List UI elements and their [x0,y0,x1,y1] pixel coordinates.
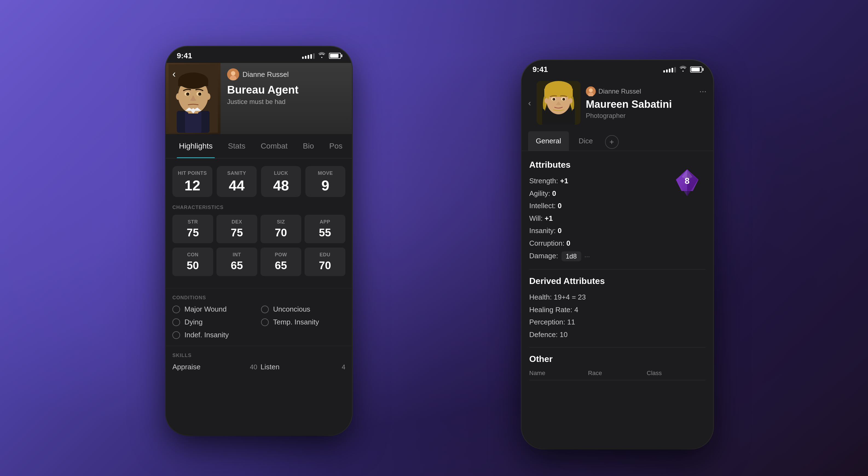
skill-appraise: Appraise 40 [173,363,257,371]
user-info-header: Dianne Russel Bureau Agent Justice must … [221,63,352,111]
tab-dice[interactable]: Dice [571,131,601,151]
portrait-svg [168,64,218,133]
derived-perception: Perception: 11 [529,317,706,328]
battery-icon-right [690,66,702,72]
svg-point-13 [199,93,201,95]
condition-radio-5[interactable] [173,331,180,339]
other-title: Other [529,354,706,364]
condition-indef-insanity[interactable]: Indef. Insanity [173,331,257,339]
right-nav-tabs: General Dice + [522,131,713,151]
wifi-icon [318,52,326,60]
nav-tabs-left: Highlights Stats Combat Bio Pos [166,134,352,158]
char-siz: SIZ 70 [260,215,301,243]
char-edu: EDU 70 [305,248,345,276]
right-char-name: Maureen Sabatini [586,98,707,110]
damage-badge[interactable]: 1d8 [561,251,581,261]
attr-damage-row: Damage: 1d8 ··· [529,250,706,263]
more-options-button[interactable]: ··· [699,86,707,96]
svg-point-19 [231,71,235,75]
attr-insanity: Insanity: 0 [529,225,706,236]
right-avatar-small [586,87,596,96]
tab-stats[interactable]: Stats [220,134,253,158]
battery-icon [329,53,341,59]
right-content: 8 Attributes Strength: +1 Agility: 0 Int… [522,151,713,389]
char-dex: DEX 75 [216,215,257,243]
primary-stats: HIT POINTS 12 SANITY 44 LUCK 48 MOVE 9 [173,166,345,197]
tab-pos[interactable]: Pos [321,134,350,158]
derived-list: Health: 19+4 = 23 Healing Rate: 4 Percep… [529,292,706,340]
svg-point-31 [553,98,555,100]
tab-highlights[interactable]: Highlights [171,134,220,158]
char-app: APP 55 [305,215,345,243]
condition-unconcious[interactable]: Unconcious [261,305,345,314]
derived-health: Health: 19+4 = 23 [529,292,706,303]
status-icons-right [663,66,702,73]
svg-point-15 [206,93,211,100]
stats-section: HIT POINTS 12 SANITY 44 LUCK 48 MOVE 9 C… [166,158,352,288]
skill-listen: Listen 4 [260,363,345,371]
phone-right: 9:41 [522,60,713,449]
status-bar-left: 9:41 [166,46,352,63]
tab-combat[interactable]: Combat [253,134,295,158]
condition-radio-3[interactable] [173,318,180,326]
stat-luck: LUCK 48 [261,166,301,197]
attr-damage-label: Damage: [529,250,558,262]
signal-icon [302,53,315,59]
condition-radio-1[interactable] [173,306,180,313]
condition-radio-2[interactable] [261,306,269,313]
char-int: INT 65 [216,248,257,276]
stat-hit-points: HIT POINTS 12 [173,166,212,197]
user-avatar-row: Dianne Russel [227,68,345,81]
other-table-header: Name Race Class [529,370,706,380]
condition-major-wound[interactable]: Major Wound [173,305,257,314]
tab-bio[interactable]: Bio [295,134,321,158]
derived-healing: Healing Rate: 4 [529,304,706,316]
time-left: 9:41 [177,52,192,60]
divider-1 [529,269,706,269]
skills-section: SKILLS Appraise 40 Listen 4 [166,346,352,378]
condition-temp-insanity[interactable]: Temp. Insanity [261,318,345,326]
status-icons-left [302,52,341,60]
derived-defence: Defence: 10 [529,329,706,341]
username-left: Dianne Russel [243,70,289,79]
svg-point-12 [187,93,189,95]
svg-point-33 [545,98,548,103]
back-button-right[interactable]: ‹ [528,98,531,108]
char-name-left: Bureau Agent [227,84,345,96]
right-portrait [537,81,580,125]
time-right: 9:41 [532,65,548,74]
right-user-info: Dianne Russel ··· Maureen Sabatini Photo… [586,86,707,120]
damage-more-button[interactable]: ··· [585,253,590,260]
other-section: Other Name Race Class [529,354,706,380]
tab-add-button[interactable]: + [605,135,619,149]
right-header: ‹ [522,76,713,131]
overflow-fade-left [166,413,352,435]
characteristics-row1: STR 75 DEX 75 SIZ 70 APP 55 [173,215,345,243]
stat-move: MOVE 9 [305,166,345,197]
char-str: STR 75 [173,215,213,243]
phones-container: 9:41 [105,33,763,443]
wifi-icon-right [679,66,687,73]
status-bar-right: 9:41 [522,60,713,76]
right-username-row: Dianne Russel ··· [586,86,707,96]
conditions-grid: Major Wound Unconcious Dying Temp. Insan… [173,305,345,339]
svg-point-14 [176,93,180,100]
skills-label: SKILLS [173,353,345,358]
right-username-text: Dianne Russel [598,88,641,95]
svg-point-34 [569,98,572,103]
tab-general[interactable]: General [528,131,569,151]
dice-d8-icon: 8 [672,167,702,197]
derived-title: Derived Attributes [529,276,706,286]
phone-left: 9:41 [166,46,352,435]
attr-intellect: Intellect: 0 [529,200,706,212]
conditions-section: CONDITIONS Major Wound Unconcious Dying … [166,288,352,346]
right-char-role: Photographer [586,112,707,120]
svg-rect-7 [178,81,208,86]
attr-will: Will: +1 [529,213,706,224]
svg-point-36 [589,88,593,92]
back-button-left[interactable]: ‹ [173,68,176,80]
char-pow: POW 65 [260,248,301,276]
condition-dying[interactable]: Dying [173,318,257,326]
character-header: ‹ [166,63,352,134]
condition-radio-4[interactable] [261,318,269,326]
